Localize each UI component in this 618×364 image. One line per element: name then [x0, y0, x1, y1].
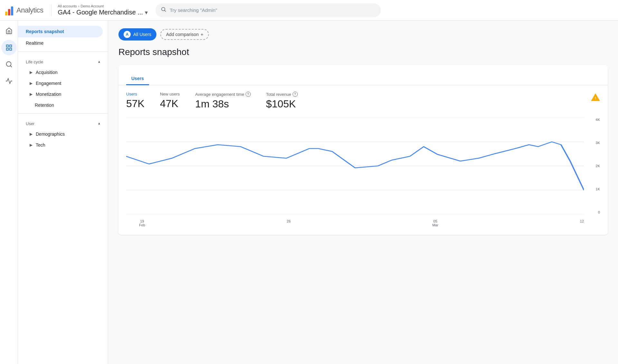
- main-layout: Reports snapshot Realtime Life cycle ▾ ▶…: [0, 21, 618, 364]
- svg-rect-3: [9, 45, 11, 47]
- stats-card: Users Users 57K New users 47K: [118, 65, 608, 235]
- breadcrumb: All accounts › Demo Account GA4 - Google…: [51, 4, 148, 16]
- svg-line-1: [165, 10, 166, 11]
- x-label-12: 12: [580, 219, 584, 227]
- card-tabs: Users: [118, 73, 608, 85]
- metric-total-revenue: Total revenue ? $105K: [266, 92, 298, 110]
- sidebar-item-engagement[interactable]: ▶ Engagement: [18, 78, 108, 89]
- all-users-segment[interactable]: A All Users: [118, 28, 156, 41]
- line-chart-svg: [126, 118, 584, 214]
- metric-total-revenue-label: Total revenue ?: [266, 92, 298, 97]
- avg-engagement-help-icon[interactable]: ?: [246, 92, 251, 97]
- metric-avg-engagement: Average engagement time ? 1m 38s: [195, 92, 250, 110]
- search-bar[interactable]: Try searching "Admin": [155, 3, 381, 17]
- svg-rect-5: [9, 48, 11, 50]
- svg-rect-4: [6, 48, 8, 50]
- tab-users[interactable]: Users: [126, 73, 149, 85]
- x-label-05-mar: 05 Mar: [432, 219, 438, 227]
- sidebar-section-user: User ▾: [18, 116, 108, 129]
- demographics-expand-icon: ▶: [30, 132, 33, 136]
- y-label-3k: 3K: [596, 141, 600, 145]
- breadcrumb-path: All accounts › Demo Account: [58, 4, 148, 8]
- app-header: Analytics All accounts › Demo Account GA…: [0, 0, 618, 21]
- metric-total-revenue-value: $105K: [266, 98, 298, 110]
- metric-new-users-value: 47K: [160, 98, 180, 110]
- search-placeholder: Try searching "Admin": [170, 7, 217, 13]
- page-title: Reports snapshot: [118, 47, 608, 57]
- metric-users-value: 57K: [126, 98, 145, 110]
- sidebar-item-demographics[interactable]: ▶ Demographics: [18, 129, 108, 140]
- user-collapse-icon[interactable]: ▾: [98, 122, 100, 126]
- x-label-26: 26: [287, 219, 291, 227]
- svg-line-7: [10, 66, 12, 67]
- sidebar-divider-2: [18, 113, 108, 114]
- sidebar-item-realtime[interactable]: Realtime: [18, 37, 108, 49]
- sidebar-item-advertising[interactable]: [1, 73, 17, 89]
- sidebar-item-acquisition[interactable]: ▶ Acquisition: [18, 67, 108, 78]
- sidebar-item-monetization[interactable]: ▶ Monetization: [18, 89, 108, 100]
- logo-bar-blue: [11, 6, 13, 15]
- filter-bar: A All Users Add comparison +: [118, 28, 608, 41]
- logo-bar-yellow: [5, 12, 7, 15]
- icon-rail: [0, 21, 18, 364]
- metric-users: Users 57K: [126, 92, 145, 110]
- y-label-1k: 1K: [596, 187, 600, 191]
- sidebar-item-retention[interactable]: Retention: [18, 100, 108, 111]
- metric-avg-engagement-label: Average engagement time ?: [195, 92, 250, 97]
- add-comparison-button[interactable]: Add comparison +: [160, 29, 209, 40]
- sidebar: Reports snapshot Realtime Life cycle ▾ ▶…: [18, 21, 108, 364]
- sidebar-divider-1: [18, 51, 108, 52]
- account-selector[interactable]: GA4 - Google Merchandise ... ▾: [58, 9, 148, 16]
- main-content: A All Users Add comparison + Reports sna…: [108, 21, 618, 364]
- y-label-2k: 2K: [596, 164, 600, 168]
- metric-new-users-label: New users: [160, 92, 180, 96]
- x-axis-labels: 19 Feb 26 05 Mar 12: [139, 219, 584, 227]
- metrics-row: Users 57K New users 47K Average engageme…: [126, 92, 600, 110]
- metric-avg-engagement-value: 1m 38s: [195, 98, 250, 110]
- segment-avatar: A: [124, 31, 131, 38]
- sidebar-item-home[interactable]: [1, 23, 17, 39]
- svg-point-0: [162, 7, 165, 11]
- app-logo: Analytics: [5, 5, 43, 15]
- svg-text:!: !: [595, 96, 596, 100]
- lifecycle-collapse-icon[interactable]: ▾: [98, 60, 100, 64]
- metric-users-label: Users: [126, 92, 145, 96]
- sidebar-item-explore[interactable]: [1, 57, 17, 72]
- add-icon: +: [201, 32, 203, 37]
- chevron-down-icon: ▾: [145, 9, 148, 16]
- monetization-expand-icon: ▶: [30, 92, 33, 96]
- breadcrumb-all-accounts[interactable]: All accounts: [58, 4, 77, 8]
- y-label-4k: 4K: [596, 118, 600, 122]
- warning-icon[interactable]: !: [591, 93, 600, 104]
- tech-expand-icon: ▶: [30, 143, 33, 147]
- sidebar-item-tech[interactable]: ▶ Tech: [18, 140, 108, 150]
- acquisition-expand-icon: ▶: [30, 70, 33, 75]
- metric-new-users: New users 47K: [160, 92, 180, 110]
- segment-label: All Users: [133, 32, 151, 37]
- logo-bar-red: [8, 9, 10, 15]
- sidebar-item-reports[interactable]: [1, 40, 17, 55]
- y-axis-labels: 4K 3K 2K 1K 0: [587, 118, 600, 214]
- svg-rect-2: [6, 45, 8, 47]
- x-label-19-feb: 19 Feb: [139, 219, 145, 227]
- breadcrumb-demo-account[interactable]: Demo Account: [81, 4, 104, 8]
- account-selector-label: GA4 - Google Merchandise ...: [58, 9, 143, 16]
- y-label-0: 0: [598, 210, 600, 214]
- total-revenue-help-icon[interactable]: ?: [293, 92, 298, 97]
- app-name: Analytics: [16, 6, 43, 14]
- sidebar-item-reports-snapshot[interactable]: Reports snapshot: [18, 26, 103, 37]
- search-icon: [161, 6, 166, 14]
- logo-bars-icon: [5, 5, 13, 15]
- add-comparison-label: Add comparison: [166, 32, 199, 37]
- engagement-expand-icon: ▶: [30, 81, 33, 86]
- sidebar-section-lifecycle: Life cycle ▾: [18, 54, 108, 67]
- chart-area: 4K 3K 2K 1K 0: [126, 118, 600, 227]
- breadcrumb-separator: ›: [78, 4, 80, 8]
